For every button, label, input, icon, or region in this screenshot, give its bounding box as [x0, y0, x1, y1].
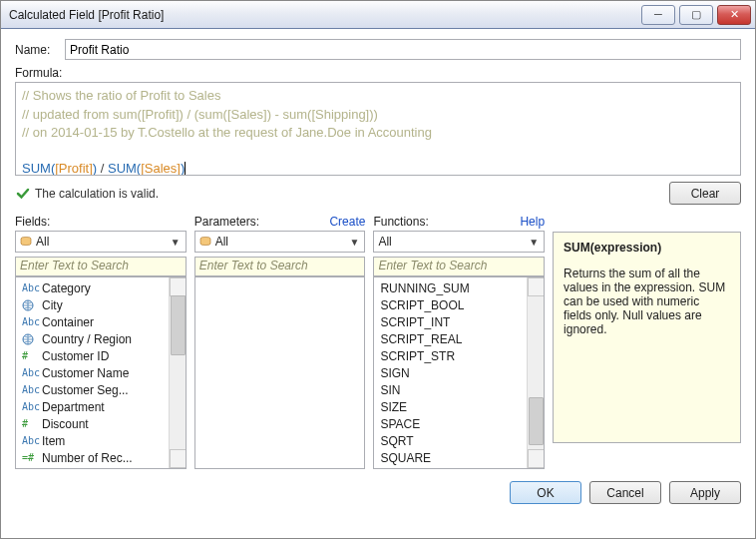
scroll-thumb[interactable]	[529, 397, 544, 445]
list-item[interactable]: #Discount	[16, 415, 169, 432]
functions-panel: Functions: Help All ▼ Enter Text to Sear…	[373, 215, 545, 469]
datatype-icon: Abc	[20, 282, 42, 293]
parameters-panel: Parameters: Create All ▼ Enter Text to S…	[194, 215, 366, 469]
clear-button[interactable]: Clear	[669, 182, 741, 205]
formula-token-func: SUM(	[108, 161, 141, 176]
name-input[interactable]	[65, 39, 741, 60]
window-buttons: ─ ▢ ✕	[637, 5, 751, 25]
fields-list[interactable]: AbcCategoryCityAbcContainerCountry / Reg…	[16, 277, 169, 468]
parameters-filter-text: All	[215, 235, 347, 249]
list-item[interactable]: Country / Region	[16, 330, 169, 347]
status-text: The calculation is valid.	[35, 187, 669, 201]
parameters-header: Parameters: Create	[194, 215, 366, 229]
list-item[interactable]: SIGN	[374, 364, 527, 381]
list-item[interactable]: SCRIPT_REAL	[374, 330, 527, 347]
panels-row: Fields: All ▼ Enter Text to Search AbcCa…	[15, 215, 741, 469]
parameters-label: Parameters:	[194, 215, 330, 229]
list-item[interactable]: SCRIPT_INT	[374, 313, 527, 330]
maximize-button[interactable]: ▢	[679, 5, 713, 25]
list-item-label: Number of Rec...	[42, 451, 133, 465]
scroll-thumb[interactable]	[171, 295, 186, 355]
list-item-label: Country / Region	[42, 332, 132, 346]
datatype-icon: #	[20, 418, 42, 429]
scrollbar[interactable]	[527, 277, 544, 468]
globe-icon	[20, 333, 42, 345]
formula-label: Formula:	[15, 66, 741, 80]
title-bar: Calculated Field [Profit Ratio] ─ ▢ ✕	[1, 1, 755, 29]
fields-label: Fields:	[15, 215, 187, 229]
scrollbar[interactable]	[169, 277, 186, 468]
chevron-down-icon: ▼	[168, 237, 184, 248]
dialog-content: Name: Formula: // Shows the ratio of Pro…	[1, 29, 755, 514]
formula-editor[interactable]: // Shows the ratio of Profit to Sales //…	[15, 82, 741, 176]
formula-comment-line: // Shows the ratio of Profit to Sales	[22, 88, 220, 103]
formula-token-func: SUM(	[22, 161, 55, 176]
list-item[interactable]: City	[16, 296, 169, 313]
functions-help-link[interactable]: Help	[520, 215, 545, 229]
list-item[interactable]: SQUARE	[374, 449, 527, 466]
list-item[interactable]: RUNNING_SUM	[374, 279, 527, 296]
functions-search-input[interactable]: Enter Text to Search	[373, 257, 545, 276]
list-item[interactable]: SPACE	[374, 415, 527, 432]
close-button[interactable]: ✕	[717, 5, 751, 25]
globe-icon	[20, 299, 42, 311]
ok-button[interactable]: OK	[510, 481, 581, 504]
functions-label: Functions:	[373, 215, 520, 229]
chevron-down-icon: ▼	[346, 237, 362, 248]
parameters-list-wrap	[194, 276, 366, 469]
functions-filter-text: All	[378, 235, 526, 249]
datasource-icon	[199, 236, 211, 248]
list-item[interactable]: =#Number of Rec...	[16, 449, 169, 466]
formula-token-field: [Profit]	[55, 161, 93, 176]
list-item[interactable]: SIZE	[374, 398, 527, 415]
list-item-label: Discount	[42, 417, 89, 431]
formula-token-field: [Sales]	[141, 161, 181, 176]
minimize-button[interactable]: ─	[641, 5, 675, 25]
functions-header: Functions: Help	[373, 215, 545, 229]
list-item[interactable]: #Customer ID	[16, 347, 169, 364]
function-body: Returns the sum of all the values in the…	[564, 267, 730, 336]
fields-panel: Fields: All ▼ Enter Text to Search AbcCa…	[15, 215, 187, 469]
fields-filter-text: All	[36, 235, 168, 249]
list-item-label: Customer Seg...	[42, 383, 129, 397]
formula-comment-line: // on 2014-01-15 by T.Costello at the re…	[22, 125, 432, 140]
list-item-label: Customer Name	[42, 366, 129, 380]
list-item[interactable]: AbcDepartment	[16, 398, 169, 415]
datasource-icon	[20, 236, 32, 248]
list-item[interactable]: SIN	[374, 381, 527, 398]
list-item[interactable]: AbcCustomer Seg...	[16, 381, 169, 398]
list-item[interactable]: SQRT	[374, 432, 527, 449]
datatype-icon: Abc	[20, 316, 42, 327]
functions-list[interactable]: RUNNING_SUMSCRIPT_BOOLSCRIPT_INTSCRIPT_R…	[374, 277, 527, 468]
valid-check-icon	[15, 186, 31, 202]
name-label: Name:	[15, 43, 65, 57]
fields-filter-combo[interactable]: All ▼	[15, 231, 187, 253]
functions-list-wrap: RUNNING_SUMSCRIPT_BOOLSCRIPT_INTSCRIPT_R…	[373, 276, 545, 469]
fields-search-input[interactable]: Enter Text to Search	[15, 257, 187, 276]
list-item[interactable]: SCRIPT_BOOL	[374, 296, 527, 313]
datatype-icon: Abc	[20, 384, 42, 395]
create-parameter-link[interactable]: Create	[329, 215, 365, 229]
parameters-filter-combo[interactable]: All ▼	[194, 231, 366, 253]
apply-button[interactable]: Apply	[669, 481, 741, 504]
list-item[interactable]: AbcContainer	[16, 313, 169, 330]
datatype-icon: #	[20, 350, 42, 361]
list-item[interactable]: AbcCategory	[16, 279, 169, 296]
datatype-icon: Abc	[20, 435, 42, 446]
datatype-icon: =#	[20, 452, 42, 463]
list-item-label: Category	[42, 281, 91, 295]
window-title: Calculated Field [Profit Ratio]	[9, 8, 637, 22]
parameters-list[interactable]	[195, 277, 365, 468]
cancel-button[interactable]: Cancel	[589, 481, 661, 504]
parameters-search-input[interactable]: Enter Text to Search	[194, 257, 366, 276]
name-row: Name:	[15, 39, 741, 60]
list-item[interactable]: AbcCustomer Name	[16, 364, 169, 381]
formula-token-op: /	[97, 161, 108, 176]
list-item-label: Department	[42, 400, 105, 414]
funcdesc-spacer	[553, 215, 741, 230]
list-item[interactable]: AbcItem	[16, 432, 169, 449]
functions-filter-combo[interactable]: All ▼	[373, 231, 545, 253]
text-cursor	[185, 162, 186, 176]
status-row: The calculation is valid. Clear	[15, 182, 741, 205]
list-item[interactable]: SCRIPT_STR	[374, 347, 527, 364]
